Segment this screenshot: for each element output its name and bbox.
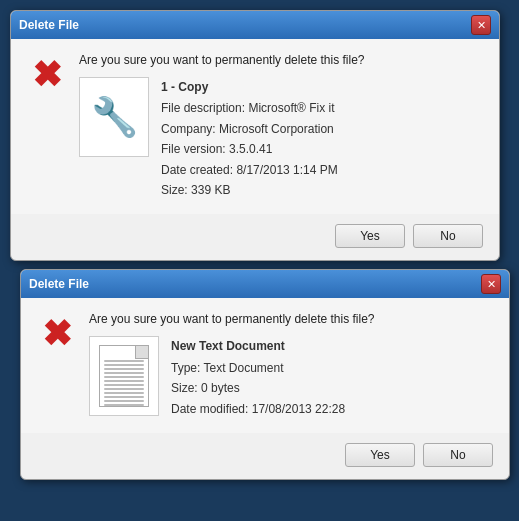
file-version-row: File version: 3.5.0.41 xyxy=(161,139,338,159)
tool-icon: 🔧 xyxy=(91,95,138,139)
date-modified-row: Date modified: 17/08/2013 22:28 xyxy=(171,399,345,419)
date-created-row: Date created: 8/17/2013 1:14 PM xyxy=(161,160,338,180)
file-info-area-2: New Text Document Type: Text Document Si… xyxy=(89,336,493,419)
dialog-body-2: ✖ Are you sure you want to permanently d… xyxy=(21,298,509,433)
size-row-1: Size: 339 KB xyxy=(161,180,338,200)
dialog-buttons-1: Yes No xyxy=(11,214,499,260)
red-x-icon: ✖ xyxy=(32,57,62,93)
company-label: Company: xyxy=(161,122,216,136)
red-x-icon-2: ✖ xyxy=(42,316,72,352)
date-created-label: Date created: xyxy=(161,163,233,177)
document-icon xyxy=(99,345,149,407)
doc-line xyxy=(104,400,144,402)
file-name-2: New Text Document xyxy=(171,336,345,356)
file-icon-box-2 xyxy=(89,336,159,416)
date-modified-value: 17/08/2013 22:28 xyxy=(252,402,345,416)
company-row: Company: Microsoft Corporation xyxy=(161,119,338,139)
doc-line xyxy=(104,384,144,386)
no-button-2[interactable]: No xyxy=(423,443,493,467)
no-button-1[interactable]: No xyxy=(413,224,483,248)
yes-button-1[interactable]: Yes xyxy=(335,224,405,248)
type-label: Type: xyxy=(171,361,200,375)
file-details-2: New Text Document Type: Text Document Si… xyxy=(171,336,345,419)
doc-line xyxy=(104,388,144,390)
file-version-label: File version: xyxy=(161,142,226,156)
type-row: Type: Text Document xyxy=(171,358,345,378)
doc-lines xyxy=(104,360,144,406)
company-value: Microsoft Corporation xyxy=(219,122,334,136)
titlebar-1: Delete File ✕ xyxy=(11,11,499,39)
yes-button-2[interactable]: Yes xyxy=(345,443,415,467)
file-name-1: 1 - Copy xyxy=(161,77,338,97)
doc-line xyxy=(104,392,144,394)
dialog-title-2: Delete File xyxy=(29,277,89,291)
size-label-2: Size: xyxy=(171,381,198,395)
dialog-row-2: ✖ Are you sure you want to permanently d… xyxy=(37,312,493,419)
warning-icon-2: ✖ xyxy=(37,314,77,354)
type-value: Text Document xyxy=(203,361,283,375)
close-button-2[interactable]: ✕ xyxy=(481,274,501,294)
size-row-2: Size: 0 bytes xyxy=(171,378,345,398)
doc-line xyxy=(104,396,144,398)
close-button-1[interactable]: ✕ xyxy=(471,15,491,35)
size-value-2: 0 bytes xyxy=(201,381,240,395)
file-details-1: 1 - Copy File description: Microsoft® Fi… xyxy=(161,77,338,200)
doc-line xyxy=(104,380,144,382)
size-value-1: 339 KB xyxy=(191,183,230,197)
dialog-buttons-2: Yes No xyxy=(21,433,509,479)
doc-line xyxy=(104,376,144,378)
doc-line xyxy=(104,360,144,362)
delete-file-dialog-1: Delete File ✕ ✖ Are you sure you want to… xyxy=(10,10,500,261)
file-info-area-1: 🔧 1 - Copy File description: Microsoft® … xyxy=(79,77,483,200)
file-description-row: File description: Microsoft® Fix it xyxy=(161,98,338,118)
delete-file-dialog-2: Delete File ✕ ✖ Are you sure you want to… xyxy=(20,269,510,480)
dialog-content-2: Are you sure you want to permanently del… xyxy=(89,312,493,419)
file-description-label: File description: xyxy=(161,101,245,115)
file-description-value: Microsoft® Fix it xyxy=(248,101,334,115)
dialog-question-1: Are you sure you want to permanently del… xyxy=(79,53,483,67)
date-created-value: 8/17/2013 1:14 PM xyxy=(236,163,337,177)
doc-line xyxy=(104,372,144,374)
doc-line xyxy=(104,364,144,366)
titlebar-2: Delete File ✕ xyxy=(21,270,509,298)
dialog-content-1: Are you sure you want to permanently del… xyxy=(79,53,483,200)
doc-line xyxy=(104,368,144,370)
date-modified-label: Date modified: xyxy=(171,402,248,416)
dialog-body-1: ✖ Are you sure you want to permanently d… xyxy=(11,39,499,214)
file-version-value: 3.5.0.41 xyxy=(229,142,272,156)
size-label-1: Size: xyxy=(161,183,188,197)
dialog-title-1: Delete File xyxy=(19,18,79,32)
file-icon-box-1: 🔧 xyxy=(79,77,149,157)
dialog-question-2: Are you sure you want to permanently del… xyxy=(89,312,493,326)
dialog-row-1: ✖ Are you sure you want to permanently d… xyxy=(27,53,483,200)
doc-line xyxy=(104,404,144,406)
warning-icon-1: ✖ xyxy=(27,55,67,95)
